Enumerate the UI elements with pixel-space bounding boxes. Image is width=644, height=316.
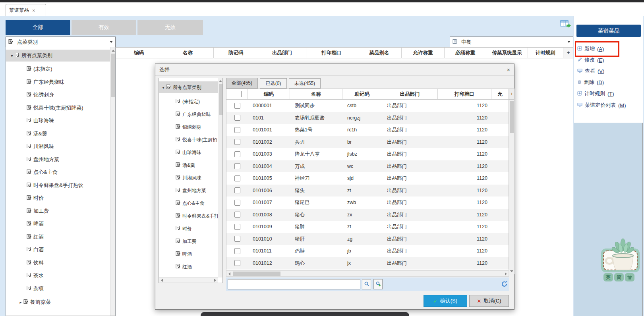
tab-all[interactable]: 全部(455): [226, 78, 258, 89]
edit-button[interactable]: 修改E: [577, 54, 604, 66]
table-row[interactable]: 0101002 兵刃 br 出品部门 1120: [226, 136, 509, 148]
scrollbar-thumb[interactable]: [111, 54, 115, 97]
scroll-right-icon[interactable]: [214, 279, 216, 282]
sidebar-tree-item-partial[interactable]: [6, 312, 110, 316]
category-dropdown[interactable]: 点菜类别: [6, 37, 116, 47]
table-row[interactable]: 0101003 降龙十八掌 jlsbz 出品部门 1120: [226, 148, 509, 160]
column-header[interactable]: 编码: [248, 89, 290, 99]
select-all-checkbox[interactable]: [241, 91, 242, 97]
expand-down-icon[interactable]: ▾: [9, 54, 15, 58]
dialog-title-bar[interactable]: 选择 ×: [155, 64, 514, 76]
scrollbar-thumb[interactable]: [233, 272, 280, 276]
timing-rule-button[interactable]: 计时规则T: [577, 88, 614, 99]
row-checkbox[interactable]: [234, 103, 240, 109]
sidebar-tree-item[interactable]: 时令鲜果盘&手打热饮: [6, 179, 110, 191]
sidebar-tree-item[interactable]: (未指定): [6, 63, 110, 75]
sidebar-tree-item[interactable]: 白酒: [6, 244, 110, 256]
main-table-column-header[interactable]: 计时规则: [528, 48, 563, 58]
table-row[interactable]: 0101001 热菜1号 rc1h 出品部门 1120: [226, 124, 509, 136]
sidebar-tree-item[interactable]: 啤酒: [6, 218, 110, 230]
main-table-column-header[interactable]: 打印档口: [306, 48, 357, 58]
sidebar-tree-item[interactable]: 盘州地方菜: [6, 154, 110, 166]
dialog-tree-item[interactable]: 红酒: [159, 261, 218, 273]
add-column-button[interactable]: +: [563, 48, 573, 58]
dialog-tree-root[interactable]: ▾ 所有点菜类别: [159, 81, 218, 93]
cancel-button[interactable]: ✕ 取消C: [469, 295, 509, 307]
sidebar-tree-item[interactable]: 时价: [6, 192, 110, 204]
scroll-up-icon[interactable]: [219, 80, 222, 82]
table-row[interactable]: 0101005 神经刀 sjd 出品部门 1120: [226, 172, 509, 185]
column-header[interactable]: 名称: [290, 89, 342, 99]
table-row[interactable]: 0101012 鸡心 jx 出品部门 1120: [226, 257, 509, 270]
dialog-tree-item[interactable]: 广东经典烧味: [159, 108, 218, 120]
advanced-search-button[interactable]: [373, 279, 383, 289]
table-row[interactable]: 0101011 鸡脖 jb 出品部门 1120: [226, 245, 509, 257]
row-checkbox[interactable]: [234, 248, 240, 254]
table-row[interactable]: 0101 农场乳瓜蘸酱 ncrgzj 出品部门 1120: [226, 112, 509, 124]
sidebar-tree-item[interactable]: 点心&主食: [6, 166, 110, 178]
row-checkbox[interactable]: [234, 187, 240, 193]
search-input[interactable]: [228, 279, 360, 289]
dialog-tree-item[interactable]: (未指定): [159, 96, 218, 108]
dialog-tree-item[interactable]: 山珍海味: [159, 146, 218, 158]
main-table-column-header[interactable]: 允许称重: [402, 48, 445, 58]
dialog-tree-item[interactable]: 川湘风味: [159, 172, 218, 184]
tab-selected[interactable]: 已选(0): [260, 78, 287, 89]
main-table-column-header[interactable]: 编码: [116, 48, 162, 58]
sidebar-tree-item[interactable]: 茶水: [6, 270, 110, 281]
main-table-column-header[interactable]: 助记码: [214, 48, 258, 58]
sidebar-tree-item[interactable]: 广东经典烧味: [6, 76, 110, 88]
sidebar-tree-item[interactable]: 红酒: [6, 231, 110, 243]
sidebar-tree-item[interactable]: 悦喜十味(主厨招牌菜): [6, 102, 110, 114]
column-header[interactable]: 允: [491, 89, 509, 99]
menu-price-list-button[interactable]: 菜谱定价列表M: [577, 100, 626, 111]
add-column-button[interactable]: +: [509, 89, 514, 100]
search-button[interactable]: [362, 279, 371, 289]
tab-unselected[interactable]: 未选(455): [289, 78, 321, 89]
dialog-tree-item[interactable]: 盘州地方菜: [159, 185, 218, 197]
column-header[interactable]: 打印档口: [438, 89, 491, 99]
close-icon[interactable]: ×: [507, 67, 510, 73]
dialog-tree-item[interactable]: 加工费: [159, 235, 218, 247]
main-table-column-header[interactable]: 必须称重: [445, 48, 486, 58]
table-row[interactable]: 0101004 万成 wc 出品部门 1120: [226, 160, 509, 173]
column-header[interactable]: 出品部门: [382, 89, 438, 99]
sidebar-tree-item[interactable]: 杂项: [6, 283, 110, 295]
export-table-icon[interactable]: [560, 20, 571, 29]
row-checkbox[interactable]: [234, 127, 240, 133]
dialog-table-vscrollbar[interactable]: [509, 100, 514, 274]
sidebar-tree-group-collapsed[interactable]: ▸ 餐前凉菜: [6, 296, 110, 308]
row-checkbox[interactable]: [234, 260, 240, 266]
table-row[interactable]: 0101006 猪头 zt 出品部门 1120: [226, 185, 509, 197]
confirm-button[interactable]: ✓ 确认S: [424, 295, 467, 307]
dialog-tree-item[interactable]: 时令鲜果盘&手打: [159, 210, 218, 222]
dialog-tree-item[interactable]: 时价: [159, 223, 218, 235]
refresh-icon[interactable]: [501, 281, 508, 287]
table-row[interactable]: 0000001 测试同步 cstb 出品部门 1120: [226, 100, 509, 112]
tab-recipe-dishes[interactable]: 菜谱菜品 ×: [6, 4, 46, 16]
dialog-tree-item[interactable]: 悦喜十味(主厨招: [159, 134, 218, 146]
table-row[interactable]: 0101008 猪心 zx 出品部门 1120: [226, 209, 509, 221]
row-checkbox[interactable]: [234, 163, 240, 169]
sidebar-tree-item[interactable]: 山珍海味: [6, 115, 110, 127]
menu-type-dropdown[interactable]: 中餐: [450, 37, 573, 47]
add-button[interactable]: 新增A: [577, 43, 604, 54]
scroll-right-icon[interactable]: [505, 272, 507, 276]
main-table-column-header[interactable]: 传菜系统显示: [486, 48, 528, 58]
dialog-tree-item[interactable]: 啤酒: [159, 248, 218, 260]
table-row[interactable]: 0101009 猪肺 zf 出品部门 1120: [226, 221, 509, 233]
row-checkbox[interactable]: [234, 115, 240, 121]
row-checkbox[interactable]: [234, 200, 240, 206]
sidebar-tree-item[interactable]: 加工费: [6, 205, 110, 217]
main-table-column-header[interactable]: 名称: [162, 48, 214, 58]
tab-close-icon[interactable]: ×: [32, 8, 35, 13]
filter-all-button[interactable]: 全部: [6, 20, 70, 35]
row-checkbox[interactable]: [234, 236, 240, 242]
row-checkbox[interactable]: [234, 212, 240, 218]
tree-root-all-categories[interactable]: ▾ 所有点菜类别: [6, 50, 110, 62]
scroll-down-icon[interactable]: [510, 270, 513, 272]
delete-button[interactable]: 删除D: [577, 77, 604, 88]
scroll-up-icon[interactable]: [112, 50, 115, 52]
dialog-tree-scrollbar[interactable]: [218, 78, 222, 277]
sidebar-tree-item[interactable]: 川湘风味: [6, 141, 110, 152]
